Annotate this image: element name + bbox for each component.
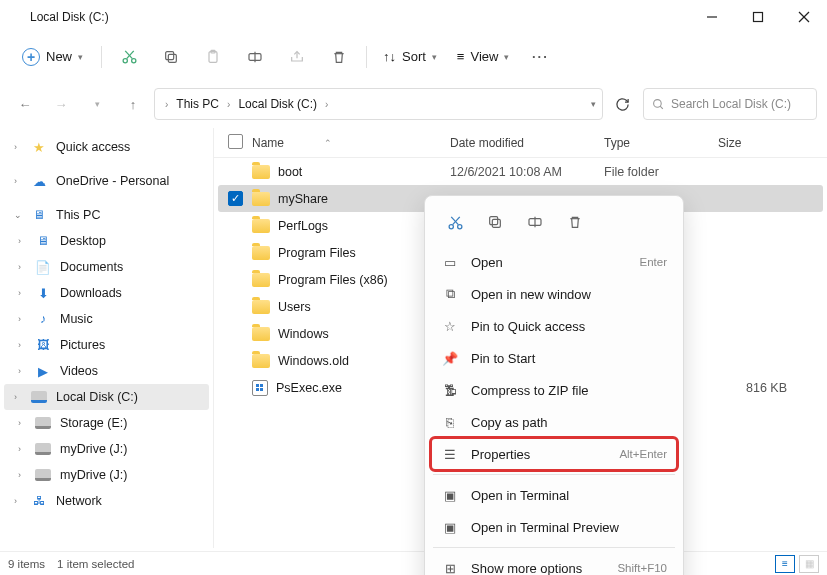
address-bar[interactable]: › This PC › Local Disk (C:) › ▾ — [154, 88, 603, 120]
ctx-show-more[interactable]: ⊞Show more optionsShift+F10 — [431, 552, 677, 575]
view-button[interactable]: ≡ View ▾ — [449, 45, 518, 68]
svg-rect-21 — [490, 217, 498, 225]
ctx-copy-path[interactable]: ⎘Copy as path — [431, 406, 677, 438]
file-name: Windows — [278, 327, 329, 341]
ctx-open-terminal-preview[interactable]: ▣Open in Terminal Preview — [431, 511, 677, 543]
ctx-open-terminal[interactable]: ▣Open in Terminal — [431, 479, 677, 511]
ctx-properties[interactable]: ☰PropertiesAlt+Enter — [431, 438, 677, 470]
ctx-cut-button[interactable] — [437, 206, 473, 238]
terminal-icon: ▣ — [441, 488, 459, 503]
sidebar-network[interactable]: ›🖧Network — [0, 488, 213, 514]
ctx-copy-button[interactable] — [477, 206, 513, 238]
sidebar-local-disk-c[interactable]: ›Local Disk (C:) — [4, 384, 209, 410]
folder-icon — [252, 192, 270, 206]
svg-point-4 — [123, 59, 127, 63]
sidebar-quick-access[interactable]: ›★Quick access — [0, 134, 213, 160]
status-bar: 9 items 1 item selected ≡ ▦ — [0, 551, 827, 575]
sidebar-onedrive[interactable]: ›☁OneDrive - Personal — [0, 168, 213, 194]
recent-button[interactable]: ▾ — [82, 89, 112, 119]
sort-button[interactable]: ↑↓ Sort ▾ — [375, 45, 445, 68]
svg-point-14 — [654, 99, 662, 107]
chevron-down-icon: ▾ — [432, 52, 437, 62]
sidebar-thispc[interactable]: ⌄🖥This PC — [0, 202, 213, 228]
search-placeholder: Search Local Disk (C:) — [671, 97, 791, 111]
chevron-down-icon[interactable]: ▾ — [591, 99, 596, 109]
sidebar-downloads[interactable]: ›⬇Downloads — [0, 280, 213, 306]
sort-label: Sort — [402, 49, 426, 64]
breadcrumb-current[interactable]: Local Disk (C:) — [234, 95, 321, 113]
sidebar-videos[interactable]: ›▶Videos — [0, 358, 213, 384]
column-date[interactable]: Date modified — [450, 136, 604, 150]
svg-rect-1 — [754, 13, 763, 22]
ctx-pin-start[interactable]: 📌Pin to Start — [431, 342, 677, 374]
folder-icon — [252, 300, 270, 314]
forward-button[interactable]: → — [46, 89, 76, 119]
sidebar-mydrive-j2[interactable]: ›myDrive (J:) — [0, 462, 213, 488]
sidebar-mydrive-j1[interactable]: ›myDrive (J:) — [0, 436, 213, 462]
drive-icon — [34, 440, 52, 458]
file-name: Program Files — [278, 246, 356, 260]
ctx-delete-button[interactable] — [557, 206, 593, 238]
sidebar-storage-e[interactable]: ›Storage (E:) — [0, 410, 213, 436]
column-type[interactable]: Type — [604, 136, 718, 150]
drive-icon — [8, 9, 24, 25]
svg-line-7 — [125, 51, 132, 59]
select-all-checkbox[interactable] — [228, 134, 243, 149]
ctx-rename-button[interactable] — [517, 206, 553, 238]
chevron-down-icon: ▾ — [78, 52, 83, 62]
paste-button[interactable] — [194, 41, 232, 73]
column-size[interactable]: Size — [718, 136, 827, 150]
ctx-pin-quick[interactable]: ☆Pin to Quick access — [431, 310, 677, 342]
exe-icon — [252, 380, 268, 396]
sidebar-pictures[interactable]: ›🖼Pictures — [0, 332, 213, 358]
chevron-right-icon: › — [227, 99, 230, 110]
sidebar-desktop[interactable]: ›🖥Desktop — [0, 228, 213, 254]
cut-button[interactable] — [110, 41, 148, 73]
row-checkbox[interactable]: ✓ — [228, 191, 243, 206]
back-button[interactable]: ← — [10, 89, 40, 119]
terminal-icon: ▣ — [441, 520, 459, 535]
ctx-compress-zip[interactable]: 🗜Compress to ZIP file — [431, 374, 677, 406]
network-icon: 🖧 — [30, 492, 48, 510]
sort-indicator-icon: ⌃ — [324, 138, 332, 148]
ctx-open[interactable]: ▭OpenEnter — [431, 246, 677, 278]
sidebar-documents[interactable]: ›📄Documents — [0, 254, 213, 280]
column-name[interactable]: Name⌃ — [252, 136, 450, 150]
status-selected-count: 1 item selected — [57, 558, 134, 570]
svg-point-5 — [131, 59, 135, 63]
copy-button[interactable] — [152, 41, 190, 73]
minimize-button[interactable] — [689, 0, 735, 34]
folder-icon — [252, 219, 270, 233]
up-button[interactable]: ↑ — [118, 89, 148, 119]
folder-icon — [252, 246, 270, 260]
maximize-button[interactable] — [735, 0, 781, 34]
view-label: View — [470, 49, 498, 64]
music-icon: ♪ — [34, 310, 52, 328]
file-row[interactable]: boot12/6/2021 10:08 AMFile folder — [214, 158, 827, 185]
sidebar-music[interactable]: ›♪Music — [0, 306, 213, 332]
rename-button[interactable] — [236, 41, 274, 73]
downloads-icon: ⬇ — [34, 284, 52, 302]
file-name: myShare — [278, 192, 328, 206]
more-button[interactable]: ··· — [521, 41, 559, 73]
view-icon: ≡ — [457, 49, 465, 64]
search-icon — [652, 98, 665, 111]
search-input[interactable]: Search Local Disk (C:) — [643, 88, 817, 120]
ctx-open-new-window[interactable]: ⧉Open in new window — [431, 278, 677, 310]
chevron-right-icon: › — [325, 99, 328, 110]
new-button[interactable]: + New ▾ — [12, 42, 93, 72]
share-button[interactable] — [278, 41, 316, 73]
file-name: Program Files (x86) — [278, 273, 388, 287]
breadcrumb-thispc[interactable]: This PC — [172, 95, 223, 113]
sort-icon: ↑↓ — [383, 49, 396, 64]
status-item-count: 9 items — [8, 558, 45, 570]
pin-icon: 📌 — [441, 351, 459, 366]
drive-icon — [30, 388, 48, 406]
close-button[interactable] — [781, 0, 827, 34]
folder-icon — [252, 273, 270, 287]
details-view-button[interactable]: ≡ — [775, 555, 795, 573]
refresh-button[interactable] — [607, 89, 637, 119]
thumbnails-view-button[interactable]: ▦ — [799, 555, 819, 573]
context-menu: ▭OpenEnter ⧉Open in new window ☆Pin to Q… — [424, 195, 684, 575]
delete-button[interactable] — [320, 41, 358, 73]
